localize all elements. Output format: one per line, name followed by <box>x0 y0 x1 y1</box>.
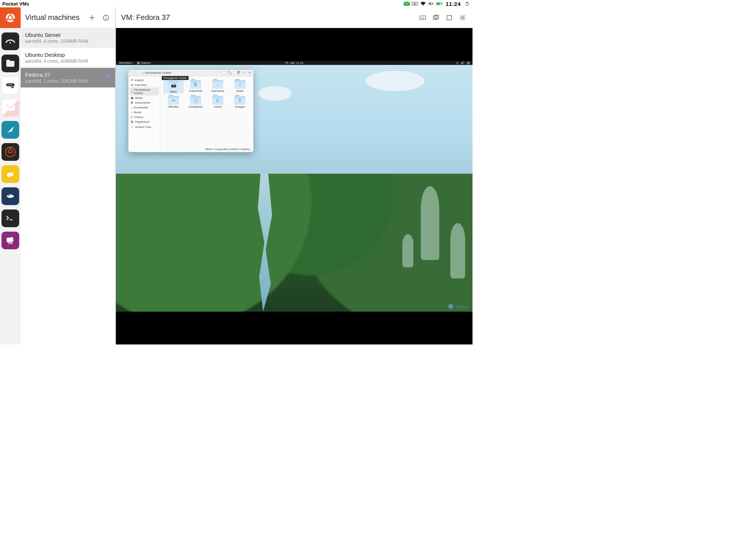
svg-point-19 <box>10 42 11 44</box>
letterbox-bottom <box>116 312 472 344</box>
battery-charging-icon[interactable] <box>436 1 443 6</box>
side-music[interactable]: ♪Musik <box>128 110 160 115</box>
status-tray: 11:24 <box>403 1 470 7</box>
gnome-activities[interactable]: Aktivitäten <box>119 61 133 65</box>
info-button[interactable] <box>101 13 111 22</box>
add-vm-button[interactable] <box>87 13 97 22</box>
volume-icon[interactable]: 🔊 <box>461 61 464 65</box>
svg-rect-2 <box>413 3 413 4</box>
files-icon[interactable] <box>1 55 19 72</box>
svg-rect-6 <box>413 4 417 5</box>
side-favorites[interactable]: ★Favoriten <box>128 83 160 87</box>
svg-rect-21 <box>6 60 10 62</box>
gnome-files-indicator[interactable]: ▦ Dateien <box>137 61 151 65</box>
volume-muted-icon[interactable] <box>428 1 434 6</box>
guest-display[interactable]: ffedora Aktivitäten ▦ Dateien 25. Mär 11… <box>116 28 472 344</box>
mail-app-icon[interactable] <box>1 99 19 117</box>
app-title: Pocket VMs <box>2 1 29 7</box>
mail-icon[interactable] <box>403 1 410 6</box>
svg-rect-4 <box>415 3 416 4</box>
dock-app-6[interactable] <box>1 143 19 161</box>
folder-documents[interactable]: 🗎 Dokumente <box>185 80 206 94</box>
vm-spec: aarch64, 2 cores, 2042MB RAM <box>25 79 111 84</box>
keyboard-icon[interactable] <box>412 1 418 6</box>
breadcrumb[interactable]: ⌂ Persönlicher Ordner <box>141 71 220 74</box>
launcher-dock: VM <box>0 7 21 344</box>
keyboard-button[interactable] <box>418 13 427 22</box>
svg-rect-5 <box>416 3 417 4</box>
side-recent[interactable]: ⟳Zuletzt <box>128 78 160 83</box>
svg-point-25 <box>11 84 13 86</box>
nav-back-button[interactable]: ‹ <box>130 71 134 75</box>
dock-app-8[interactable] <box>1 187 19 205</box>
wifi-icon[interactable] <box>420 1 426 6</box>
close-button[interactable]: ✕ <box>248 71 252 75</box>
dock-app-5[interactable] <box>1 121 19 139</box>
kebab-menu-button[interactable]: ⋮ <box>222 71 226 75</box>
gnome-topbar[interactable]: Aktivitäten ▦ Dateien 25. Mär 11:24 ⌬ 🔊 … <box>116 61 472 65</box>
nautilus-window[interactable]: ‹ › ⌂ Persönlicher Ordner ⋮ 🔍 ≣ ≡ ✕ <box>128 69 254 152</box>
vm-item-fedora[interactable]: Fedora 37 aarch64, 2 cores, 2042MB RAM <box>21 68 115 88</box>
side-other[interactable]: ＋Andere Orte <box>128 124 160 130</box>
vm-item-ubuntu-server[interactable]: Ubuntu Server aarch64, 4 cores, 2054MB R… <box>21 28 115 48</box>
svg-text:VM: VM <box>8 241 13 245</box>
svg-rect-1 <box>412 2 418 6</box>
nav-forward-button[interactable]: › <box>135 71 139 75</box>
nautilus-sidebar: ⟳Zuletzt ★Favoriten ⌂Persönlicher Ordner… <box>128 76 160 152</box>
side-videos[interactable]: ▷Videos <box>128 115 160 119</box>
network-icon[interactable]: ⌬ <box>456 61 458 65</box>
folder-desktop[interactable]: ▢ Schreibtisch <box>185 96 206 108</box>
sidebar-header: Virtual machines <box>21 7 115 28</box>
svg-point-16 <box>10 13 11 15</box>
folder-downloads[interactable]: ↓ Downloads <box>207 80 228 94</box>
vm-spec: aarch64, 4 cores, 4096MB RAM <box>25 59 111 64</box>
svg-point-18 <box>13 18 14 20</box>
windows-button[interactable] <box>431 13 441 22</box>
side-pictures[interactable]: ▣Bilder <box>128 96 160 100</box>
svg-rect-11 <box>437 3 440 4</box>
svg-point-28 <box>8 195 10 196</box>
vm-item-ubuntu-desktop[interactable]: Ubuntu Desktop aarch64, 4 cores, 4096MB … <box>21 48 115 68</box>
sidebar-title: Virtual machines <box>25 13 83 22</box>
settings-button[interactable] <box>458 13 467 22</box>
dock-app-3[interactable] <box>1 77 19 94</box>
svg-point-45 <box>461 17 464 19</box>
search-button[interactable]: 🔍 <box>227 71 231 75</box>
view-list-button[interactable]: ≣ <box>237 71 241 75</box>
nautilus-grid: Persönlicher Ordner 📷 Bilder 🗎 Dokumente… <box>160 76 253 152</box>
system-topbar: Pocket VMs 11:24 <box>0 0 472 7</box>
nautilus-headerbar: ‹ › ⌂ Persönlicher Ordner ⋮ 🔍 ≣ ≡ ✕ <box>128 70 253 76</box>
power-icon[interactable] <box>464 1 470 6</box>
side-home[interactable]: ⌂Persönlicher Ordner <box>130 87 159 96</box>
terminal-icon[interactable] <box>1 209 19 227</box>
power-menu-icon[interactable]: ⏻ <box>467 61 470 65</box>
folder-videos[interactable]: ▷ Videos <box>207 96 228 108</box>
dock-app-7[interactable] <box>1 165 19 183</box>
folder-pictures[interactable]: 📷 Bilder <box>163 80 184 94</box>
pane-header: VM: Fedora 37 <box>116 7 472 28</box>
side-documents[interactable]: 🗎Dokumente <box>128 100 160 105</box>
svg-rect-3 <box>414 3 415 4</box>
folder-public[interactable]: ∞ Öffentlich <box>163 96 184 108</box>
gnome-status-area[interactable]: ⌬ 🔊 ⏻ <box>456 61 470 65</box>
folder-music[interactable]: ♪ Musik <box>230 80 250 94</box>
fedora-watermark: ffedora <box>448 304 469 309</box>
side-trash[interactable]: 🗑Papierkorb <box>128 119 160 124</box>
vm-sidebar: Virtual machines Ubuntu Server aarch64, … <box>21 7 116 344</box>
ubuntu-launcher-icon[interactable] <box>0 7 21 28</box>
pocketvms-app-icon[interactable]: VM <box>1 232 19 249</box>
fullscreen-button[interactable] <box>444 13 454 22</box>
gnome-clock[interactable]: 25. Mär 11:24 <box>285 61 303 65</box>
nautilus-status: »Bilder« ausgewählt (enthält 0 Objekte) <box>203 148 251 151</box>
play-icon[interactable] <box>105 73 111 80</box>
dock-app-1[interactable] <box>1 32 19 50</box>
side-downloads[interactable]: ↓Downloads <box>128 105 160 110</box>
svg-rect-44 <box>447 15 451 20</box>
svg-point-17 <box>6 18 8 20</box>
vm-name: Fedora 37 <box>25 72 111 78</box>
svg-rect-37 <box>420 15 426 20</box>
svg-point-36 <box>106 16 106 17</box>
folder-templates[interactable]: ⎘ Vorlagen <box>230 96 250 108</box>
clock[interactable]: 11:24 <box>444 1 462 7</box>
view-menu-button[interactable]: ≡ <box>242 71 246 75</box>
